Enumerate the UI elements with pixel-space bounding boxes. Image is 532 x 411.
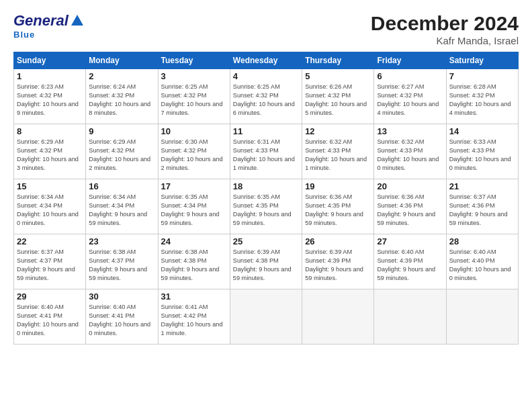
location: Kafr Manda, Israel [371,35,519,46]
day-info: Sunrise: 6:25 AMSunset: 4:32 PMDaylight:… [233,83,299,118]
day-info: Sunrise: 6:37 AMSunset: 4:36 PMDaylight:… [449,193,515,228]
calendar-week-4: 22Sunrise: 6:37 AMSunset: 4:37 PMDayligh… [14,234,519,289]
day-info: Sunrise: 6:31 AMSunset: 4:33 PMDaylight:… [233,138,299,173]
header: General Blue December 2024 Kafr Manda, I… [13,12,519,46]
day-info: Sunrise: 6:34 AMSunset: 4:34 PMDaylight:… [89,193,154,228]
day-number: 8 [17,126,83,136]
calendar-cell: 29Sunrise: 6:40 AMSunset: 4:41 PMDayligh… [14,289,86,345]
weekday-header-thursday: Thursday [302,52,374,69]
calendar-cell: 20Sunrise: 6:36 AMSunset: 4:36 PMDayligh… [374,179,446,234]
day-number: 24 [161,236,227,246]
calendar-cell: 16Sunrise: 6:34 AMSunset: 4:34 PMDayligh… [86,179,158,234]
month-title: December 2024 [371,12,519,35]
day-info: Sunrise: 6:38 AMSunset: 4:38 PMDaylight:… [161,248,227,283]
calendar-cell [302,289,374,345]
day-number: 11 [233,126,299,136]
calendar-body: 1Sunrise: 6:23 AMSunset: 4:32 PMDaylight… [14,69,519,345]
day-number: 5 [305,71,371,81]
day-number: 13 [377,126,443,136]
day-number: 17 [161,181,227,191]
calendar-cell: 12Sunrise: 6:32 AMSunset: 4:33 PMDayligh… [302,124,374,179]
day-info: Sunrise: 6:40 AMSunset: 4:39 PMDaylight:… [377,248,443,283]
logo-icon [70,13,85,28]
calendar-cell: 30Sunrise: 6:40 AMSunset: 4:41 PMDayligh… [86,289,158,345]
calendar-header-row: SundayMondayTuesdayWednesdayThursdayFrid… [14,52,519,69]
calendar-cell: 8Sunrise: 6:29 AMSunset: 4:32 PMDaylight… [14,124,86,179]
day-number: 1 [17,71,83,81]
day-number: 21 [449,181,515,191]
day-number: 27 [377,236,443,246]
day-number: 30 [89,291,154,302]
day-info: Sunrise: 6:25 AMSunset: 4:32 PMDaylight:… [161,83,227,118]
day-info: Sunrise: 6:24 AMSunset: 4:32 PMDaylight:… [89,83,154,118]
calendar-cell: 22Sunrise: 6:37 AMSunset: 4:37 PMDayligh… [14,234,86,289]
calendar-cell [230,289,302,345]
logo-blue-text: Blue [13,30,35,40]
day-info: Sunrise: 6:40 AMSunset: 4:40 PMDaylight:… [449,248,515,283]
calendar-cell: 4Sunrise: 6:25 AMSunset: 4:32 PMDaylight… [230,69,302,124]
weekday-header-tuesday: Tuesday [158,52,230,69]
day-info: Sunrise: 6:34 AMSunset: 4:34 PMDaylight:… [17,193,83,228]
day-number: 12 [305,126,371,136]
calendar-cell: 23Sunrise: 6:38 AMSunset: 4:37 PMDayligh… [86,234,158,289]
day-info: Sunrise: 6:32 AMSunset: 4:33 PMDaylight:… [377,138,443,173]
calendar-cell: 18Sunrise: 6:35 AMSunset: 4:35 PMDayligh… [230,179,302,234]
calendar-cell: 24Sunrise: 6:38 AMSunset: 4:38 PMDayligh… [158,234,230,289]
day-info: Sunrise: 6:37 AMSunset: 4:37 PMDaylight:… [17,248,83,283]
day-number: 16 [89,181,154,191]
page: General Blue December 2024 Kafr Manda, I… [0,0,532,411]
calendar-cell: 14Sunrise: 6:33 AMSunset: 4:33 PMDayligh… [446,124,518,179]
weekday-header-wednesday: Wednesday [230,52,302,69]
day-info: Sunrise: 6:29 AMSunset: 4:32 PMDaylight:… [89,138,154,173]
day-number: 31 [161,291,227,302]
calendar-cell: 7Sunrise: 6:28 AMSunset: 4:32 PMDaylight… [446,69,518,124]
day-info: Sunrise: 6:35 AMSunset: 4:35 PMDaylight:… [233,193,299,228]
calendar-cell: 21Sunrise: 6:37 AMSunset: 4:36 PMDayligh… [446,179,518,234]
calendar-cell: 1Sunrise: 6:23 AMSunset: 4:32 PMDaylight… [14,69,86,124]
calendar-cell: 25Sunrise: 6:39 AMSunset: 4:38 PMDayligh… [230,234,302,289]
calendar-cell [446,289,518,345]
day-info: Sunrise: 6:32 AMSunset: 4:33 PMDaylight:… [305,138,371,173]
calendar-cell: 6Sunrise: 6:27 AMSunset: 4:32 PMDaylight… [374,69,446,124]
calendar-week-2: 8Sunrise: 6:29 AMSunset: 4:32 PMDaylight… [14,124,519,179]
day-number: 25 [233,236,299,246]
day-number: 9 [89,126,154,136]
title-block: December 2024 Kafr Manda, Israel [371,12,519,46]
weekday-header-sunday: Sunday [14,52,86,69]
day-number: 2 [89,71,154,81]
day-info: Sunrise: 6:27 AMSunset: 4:32 PMDaylight:… [377,83,443,118]
day-number: 28 [449,236,515,246]
day-number: 3 [161,71,227,81]
day-number: 22 [17,236,83,246]
day-info: Sunrise: 6:23 AMSunset: 4:32 PMDaylight:… [17,83,83,118]
weekday-header-friday: Friday [374,52,446,69]
calendar-cell: 13Sunrise: 6:32 AMSunset: 4:33 PMDayligh… [374,124,446,179]
day-info: Sunrise: 6:35 AMSunset: 4:34 PMDaylight:… [161,193,227,228]
day-number: 23 [89,236,154,246]
day-info: Sunrise: 6:26 AMSunset: 4:32 PMDaylight:… [305,83,371,118]
day-info: Sunrise: 6:40 AMSunset: 4:41 PMDaylight:… [89,303,154,338]
calendar-cell: 15Sunrise: 6:34 AMSunset: 4:34 PMDayligh… [14,179,86,234]
day-number: 29 [17,291,83,302]
weekday-header-saturday: Saturday [446,52,518,69]
day-info: Sunrise: 6:38 AMSunset: 4:37 PMDaylight:… [89,248,154,283]
calendar-cell: 31Sunrise: 6:41 AMSunset: 4:42 PMDayligh… [158,289,230,345]
calendar-cell: 5Sunrise: 6:26 AMSunset: 4:32 PMDaylight… [302,69,374,124]
day-number: 26 [305,236,371,246]
day-info: Sunrise: 6:40 AMSunset: 4:41 PMDaylight:… [17,303,83,338]
calendar-cell: 26Sunrise: 6:39 AMSunset: 4:39 PMDayligh… [302,234,374,289]
day-info: Sunrise: 6:30 AMSunset: 4:32 PMDaylight:… [161,138,227,173]
calendar-cell [374,289,446,345]
day-number: 20 [377,181,443,191]
day-info: Sunrise: 6:28 AMSunset: 4:32 PMDaylight:… [449,83,515,118]
day-info: Sunrise: 6:41 AMSunset: 4:42 PMDaylight:… [161,303,227,338]
day-number: 7 [449,71,515,81]
weekday-header-monday: Monday [86,52,158,69]
day-number: 19 [305,181,371,191]
day-info: Sunrise: 6:36 AMSunset: 4:36 PMDaylight:… [377,193,443,228]
calendar-cell: 17Sunrise: 6:35 AMSunset: 4:34 PMDayligh… [158,179,230,234]
calendar-week-5: 29Sunrise: 6:40 AMSunset: 4:41 PMDayligh… [14,289,519,345]
calendar-cell: 27Sunrise: 6:40 AMSunset: 4:39 PMDayligh… [374,234,446,289]
calendar-week-3: 15Sunrise: 6:34 AMSunset: 4:34 PMDayligh… [14,179,519,234]
logo-general-text: General [13,12,69,30]
